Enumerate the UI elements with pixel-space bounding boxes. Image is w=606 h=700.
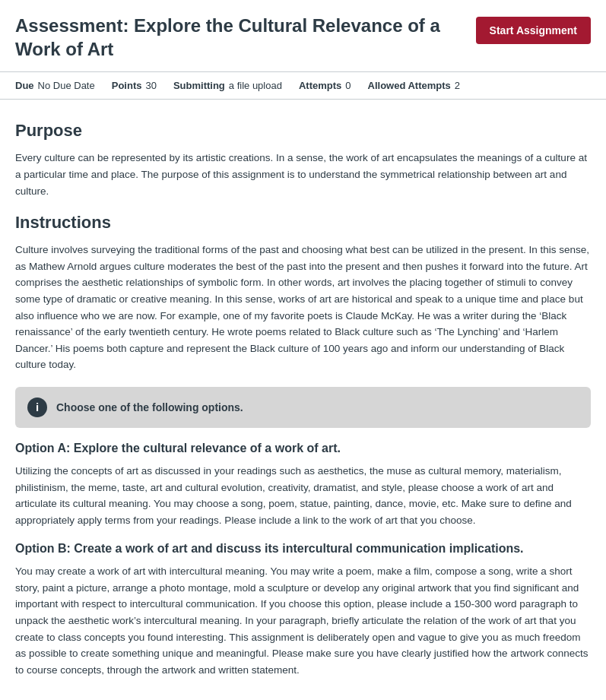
allowed-attempts-label: Allowed Attempts bbox=[368, 80, 451, 91]
points-value: 30 bbox=[145, 80, 156, 91]
page-title: Assessment: Explore the Cultural Relevan… bbox=[15, 14, 456, 61]
allowed-attempts-value: 2 bbox=[455, 80, 460, 91]
meta-bar: Due No Due Date Points 30 Submitting a f… bbox=[0, 71, 606, 100]
attempts-value: 0 bbox=[345, 80, 351, 91]
due-value: No Due Date bbox=[38, 80, 95, 91]
purpose-text: Every culture can be represented by its … bbox=[15, 150, 591, 199]
header: Assessment: Explore the Cultural Relevan… bbox=[0, 0, 606, 71]
option-a-text: Utilizing the concepts of art as discuss… bbox=[15, 463, 591, 528]
due-item: Due No Due Date bbox=[15, 80, 95, 91]
instructions-heading: Instructions bbox=[15, 213, 591, 233]
instructions-text: Culture involves surveying the tradition… bbox=[15, 242, 591, 373]
attempts-label: Attempts bbox=[299, 80, 341, 91]
info-box: i Choose one of the following options. bbox=[15, 387, 591, 428]
option-b-heading: Option B: Create a work of art and discu… bbox=[15, 542, 591, 556]
option-b-text: You may create a work of art with interc… bbox=[15, 563, 591, 678]
points-label: Points bbox=[112, 80, 142, 91]
info-box-text: Choose one of the following options. bbox=[56, 401, 243, 413]
main-content: Purpose Every culture can be represented… bbox=[0, 100, 606, 700]
submitting-label: Submitting bbox=[173, 80, 225, 91]
attempts-item: Attempts 0 bbox=[299, 80, 351, 91]
submitting-item: Submitting a file upload bbox=[173, 80, 282, 91]
submitting-value: a file upload bbox=[229, 80, 282, 91]
info-icon: i bbox=[27, 398, 47, 417]
start-assignment-button[interactable]: Start Assignment bbox=[476, 17, 591, 44]
purpose-heading: Purpose bbox=[15, 121, 591, 141]
points-item: Points 30 bbox=[112, 80, 157, 91]
due-label: Due bbox=[15, 80, 34, 91]
allowed-attempts-item: Allowed Attempts 2 bbox=[368, 80, 461, 91]
option-a-heading: Option A: Explore the cultural relevance… bbox=[15, 442, 591, 455]
